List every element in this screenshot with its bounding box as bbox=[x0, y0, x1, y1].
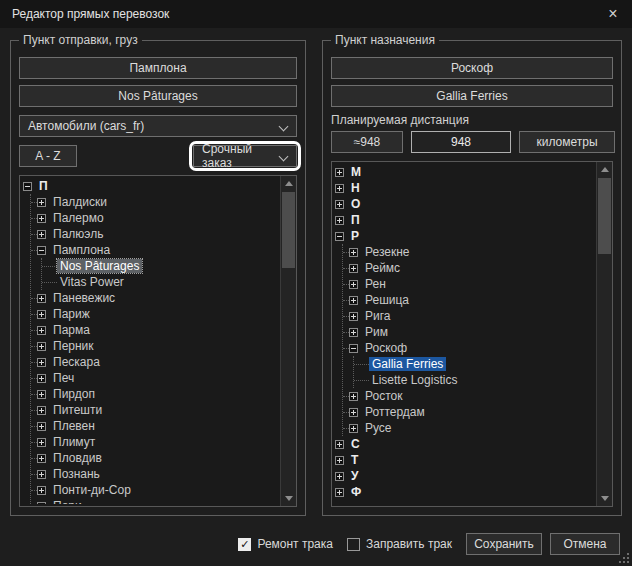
tree-item-label[interactable]: Рен bbox=[362, 277, 389, 291]
tree-item-label[interactable]: О bbox=[348, 197, 363, 211]
collapse-icon[interactable] bbox=[335, 232, 344, 241]
scroll-down-icon[interactable] bbox=[597, 491, 612, 506]
tree-item-label[interactable]: Пловдив bbox=[50, 451, 105, 465]
expand-icon[interactable] bbox=[335, 488, 344, 497]
tree-item-label[interactable]: Познань bbox=[50, 467, 103, 481]
expand-icon[interactable] bbox=[37, 486, 46, 495]
expand-icon[interactable] bbox=[37, 390, 46, 399]
tree-item-label[interactable]: Пескара bbox=[50, 355, 103, 369]
cancel-button[interactable]: Отмена bbox=[550, 533, 620, 555]
tree-item[interactable]: Памплона bbox=[31, 242, 278, 258]
tree-item-label[interactable]: Т bbox=[348, 453, 361, 467]
tree-item-label[interactable]: Р bbox=[348, 229, 362, 243]
expand-icon[interactable] bbox=[335, 456, 344, 465]
tree-item[interactable]: Парма bbox=[31, 322, 278, 338]
tree-item[interactable]: Палдиски bbox=[31, 194, 278, 210]
expand-icon[interactable] bbox=[37, 422, 46, 431]
expand-icon[interactable] bbox=[37, 406, 46, 415]
tree-item-label[interactable]: У bbox=[348, 469, 361, 483]
tree-item-label[interactable]: Палдиски bbox=[50, 195, 110, 209]
tree-item[interactable]: С bbox=[335, 436, 594, 452]
tree-item[interactable]: Росток bbox=[343, 388, 594, 404]
tree-item[interactable]: Резекне bbox=[343, 244, 594, 260]
expand-icon[interactable] bbox=[37, 438, 46, 447]
origin-city-button[interactable]: Памплона bbox=[19, 57, 297, 79]
expand-icon[interactable] bbox=[349, 408, 358, 417]
tree-item[interactable]: Т bbox=[335, 452, 594, 468]
tree-item-label[interactable]: Париж bbox=[50, 307, 93, 321]
origin-tree-scrollbar[interactable] bbox=[280, 176, 296, 506]
tree-item[interactable]: Пескара bbox=[31, 354, 278, 370]
tree-item[interactable]: Палюэль bbox=[31, 226, 278, 242]
tree-item[interactable]: Паневежис bbox=[31, 290, 278, 306]
tree-item[interactable]: Плевен bbox=[31, 418, 278, 434]
expand-icon[interactable] bbox=[37, 230, 46, 239]
tree-item-label[interactable]: Резекне bbox=[362, 245, 412, 259]
tree-item[interactable]: Рига bbox=[343, 308, 594, 324]
tree-item-label[interactable]: Nos Pâturages bbox=[57, 259, 142, 273]
tree-item-label[interactable]: Парма bbox=[50, 323, 93, 337]
tree-item[interactable]: М bbox=[335, 164, 594, 180]
scroll-up-icon[interactable] bbox=[281, 176, 296, 191]
expand-icon[interactable] bbox=[37, 326, 46, 335]
expand-icon[interactable] bbox=[37, 502, 46, 505]
collapse-icon[interactable] bbox=[37, 246, 46, 255]
tree-item[interactable]: П bbox=[335, 212, 594, 228]
save-button[interactable]: Сохранить bbox=[466, 533, 542, 555]
tree-item[interactable]: Палермо bbox=[31, 210, 278, 226]
tree-item[interactable]: Роскоф bbox=[343, 340, 594, 356]
expand-icon[interactable] bbox=[37, 470, 46, 479]
destination-tree-scrollbar[interactable] bbox=[596, 162, 612, 506]
tree-item-label[interactable]: Решица bbox=[362, 293, 412, 307]
tree-item-label[interactable]: Палермо bbox=[50, 211, 107, 225]
tree-item[interactable]: Роттердам bbox=[343, 404, 594, 420]
resize-grip[interactable] bbox=[617, 551, 629, 563]
tree-item-label[interactable]: Паневежис bbox=[50, 291, 118, 305]
expand-icon[interactable] bbox=[37, 214, 46, 223]
tree-item[interactable]: Рен bbox=[343, 276, 594, 292]
expand-icon[interactable] bbox=[37, 198, 46, 207]
expand-icon[interactable] bbox=[335, 472, 344, 481]
vehicle-dropdown[interactable]: Автомобили (cars_fr) bbox=[19, 115, 297, 137]
collapse-icon[interactable] bbox=[349, 344, 358, 353]
tree-item-label[interactable]: Печ bbox=[50, 371, 77, 385]
distance-input[interactable] bbox=[411, 131, 511, 153]
tree-item-label[interactable]: Пирдоп bbox=[50, 387, 98, 401]
tree-item-label[interactable]: Lisette Logistics bbox=[369, 373, 460, 387]
tree-item[interactable]: Русе bbox=[343, 420, 594, 436]
tree-item-label[interactable]: Русе bbox=[362, 421, 395, 435]
expand-icon[interactable] bbox=[335, 200, 344, 209]
repair-truck-checkbox[interactable]: ✓ Ремонт трака bbox=[238, 537, 333, 551]
tree-item[interactable]: Nos Pâturages bbox=[42, 258, 278, 274]
expand-icon[interactable] bbox=[335, 440, 344, 449]
tree-item[interactable]: Р bbox=[335, 228, 594, 244]
origin-company-button[interactable]: Nos Pâturages bbox=[19, 85, 297, 107]
scrollbar-thumb[interactable] bbox=[598, 178, 611, 254]
tree-item[interactable]: Париж bbox=[31, 306, 278, 322]
tree-item[interactable]: Пирдоп bbox=[31, 386, 278, 402]
tree-item[interactable]: Gallia Ferries bbox=[354, 356, 594, 372]
title-bar[interactable]: Редактор прямых перевозок × bbox=[0, 0, 632, 28]
expand-icon[interactable] bbox=[37, 310, 46, 319]
tree-item-label[interactable]: Н bbox=[348, 181, 363, 195]
destination-company-button[interactable]: Gallia Ferries bbox=[331, 85, 613, 107]
tree-item[interactable]: О bbox=[335, 196, 594, 212]
expand-icon[interactable] bbox=[349, 424, 358, 433]
distance-unit-button[interactable]: километры bbox=[519, 131, 615, 153]
expand-icon[interactable] bbox=[349, 248, 358, 257]
tree-item-label[interactable]: Плимут bbox=[50, 435, 98, 449]
tree-item[interactable]: Печ bbox=[31, 370, 278, 386]
tree-item[interactable]: Питешти bbox=[31, 402, 278, 418]
expand-icon[interactable] bbox=[349, 280, 358, 289]
tree-item-label[interactable]: Рим bbox=[362, 325, 391, 339]
tree-item-label[interactable]: Памплона bbox=[50, 243, 113, 257]
destination-city-button[interactable]: Роскоф bbox=[331, 57, 613, 79]
tree-item-label[interactable]: Понти-ди-Сор bbox=[50, 483, 134, 497]
tree-item[interactable]: Пори bbox=[31, 498, 278, 504]
tree-item[interactable]: Перник bbox=[31, 338, 278, 354]
tree-item-label[interactable]: Питешти bbox=[50, 403, 105, 417]
scroll-down-icon[interactable] bbox=[281, 491, 296, 506]
expand-icon[interactable] bbox=[335, 168, 344, 177]
tree-item-label[interactable]: С bbox=[348, 437, 363, 451]
expand-icon[interactable] bbox=[349, 312, 358, 321]
